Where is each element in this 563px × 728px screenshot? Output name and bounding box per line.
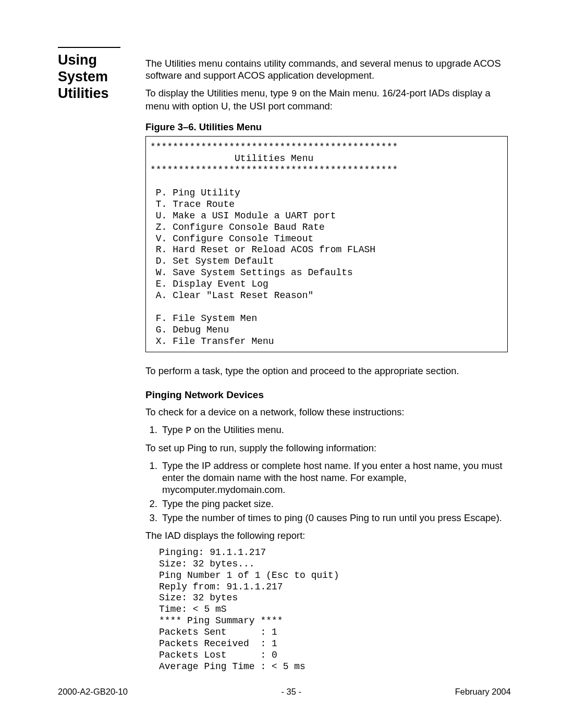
subheading-pinging: Pinging Network Devices (145, 389, 508, 401)
figure-caption: Figure 3–6. Utilities Menu (145, 121, 508, 133)
setup-step-3: Type the number of times to ping (0 caus… (160, 512, 508, 524)
sidebar-rule (58, 47, 120, 48)
setup-intro: To set up Ping to run, supply the follow… (145, 442, 508, 454)
section-title: Using System Utilities (58, 52, 136, 102)
footer-center: - 35 - (282, 687, 302, 697)
sidebar: Using System Utilities (58, 47, 136, 102)
intro-paragraph-1: The Utilities menu contains utility comm… (145, 57, 508, 81)
ping-step-1a: Type (162, 424, 186, 435)
page-footer: 2000-A2-GB20-10 - 35 - February 2004 (58, 687, 511, 697)
section-title-line2: System (58, 69, 108, 84)
section-title-line1: Using (58, 52, 97, 68)
setup-step-2: Type the ping packet size. (160, 498, 508, 510)
intro-paragraph-2: To display the Utilities menu, type 9 on… (145, 87, 508, 112)
intro-paragraph-2a: To display the Utilities menu, type (145, 88, 291, 98)
page: Using System Utilities The Utilities men… (0, 0, 563, 728)
ping-steps-list: Type P on the Utilities menu. (145, 424, 508, 437)
footer-left: 2000-A2-GB20-10 (58, 687, 128, 697)
setup-steps-list: Type the IP address or complete host nam… (145, 460, 508, 524)
after-figure-paragraph: To perform a task, type the option and p… (145, 365, 508, 377)
intro-code-9: 9 (291, 89, 297, 99)
figure-box: ****************************************… (145, 136, 508, 352)
ping-step-1-code: P (186, 425, 191, 436)
ping-step-1: Type P on the Utilities menu. (160, 424, 508, 437)
footer-right: February 2004 (455, 687, 511, 697)
ping-report-block: Pinging: 91.1.1.217 Size: 32 bytes... Pi… (159, 547, 508, 673)
report-intro: The IAD displays the following report: (145, 529, 508, 541)
content: The Utilities menu contains utility comm… (145, 57, 508, 673)
setup-step-1: Type the IP address or complete host nam… (160, 460, 508, 496)
ping-intro: To check for a device on a network, foll… (145, 406, 508, 418)
section-title-line3: Utilities (58, 85, 109, 101)
ping-step-1b: on the Utilities menu. (191, 424, 284, 435)
